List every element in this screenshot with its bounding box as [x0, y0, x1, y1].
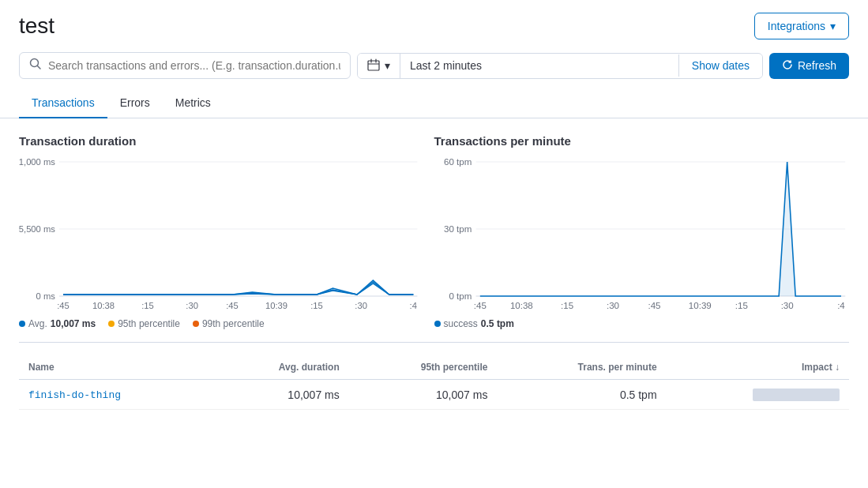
- col-name: Name: [19, 355, 212, 380]
- transactions-table-section: Name Avg. duration 95th percentile Trans…: [0, 343, 868, 422]
- p95-cell: 10,007 ms: [349, 380, 498, 410]
- svg-rect-2: [368, 61, 379, 70]
- tpm-cell: 0.5 tpm: [497, 380, 666, 410]
- legend-99th: 99th percentile: [193, 318, 265, 329]
- refresh-icon: [782, 59, 793, 73]
- svg-text:60 tpm: 60 tpm: [443, 157, 471, 167]
- svg-text:0 ms: 0 ms: [36, 291, 56, 301]
- impact-bar: [753, 389, 840, 401]
- duration-chart-legend: Avg. 10,007 ms 95th percentile 99th perc…: [19, 318, 422, 329]
- svg-text:10:38: 10:38: [92, 301, 115, 310]
- svg-text::45: :45: [57, 301, 70, 310]
- show-dates-button[interactable]: Show dates: [678, 54, 762, 77]
- svg-text::30: :30: [355, 301, 367, 310]
- svg-text::45: :45: [226, 301, 239, 310]
- integrations-label: Integrations: [768, 20, 825, 32]
- search-container: [19, 52, 351, 79]
- svg-text:10:39: 10:39: [688, 301, 711, 310]
- tab-errors[interactable]: Errors: [107, 88, 163, 118]
- svg-text:30 tpm: 30 tpm: [443, 224, 471, 234]
- tab-metrics[interactable]: Metrics: [163, 88, 224, 118]
- svg-text::15: :15: [735, 301, 747, 310]
- refresh-label: Refresh: [798, 59, 836, 72]
- calendar-icon: [367, 58, 380, 73]
- search-input[interactable]: [48, 59, 340, 72]
- svg-text:11,000 ms: 11,000 ms: [19, 157, 55, 167]
- svg-text::45: :45: [473, 301, 486, 310]
- col-tpm: Trans. per minute: [497, 355, 666, 380]
- svg-text::4: :4: [410, 301, 417, 310]
- svg-text:10:39: 10:39: [265, 301, 287, 310]
- tpm-chart-svg: 60 tpm 30 tpm 0 tpm :45 10:38 :15 :30 :4…: [434, 154, 850, 312]
- tpm-chart-legend: success 0.5 tpm: [434, 318, 850, 329]
- sort-icon: ↓: [835, 362, 840, 373]
- legend-avg: Avg. 10,007 ms: [19, 318, 96, 329]
- svg-text::15: :15: [141, 301, 154, 310]
- avg-duration-cell: 10,007 ms: [212, 380, 349, 410]
- time-controls: ▾ Last 2 minutes Show dates: [357, 53, 763, 79]
- svg-text::30: :30: [780, 301, 793, 310]
- svg-text::15: :15: [561, 301, 573, 310]
- duration-chart-svg: 11,000 ms 5,500 ms 0 ms :45 10:38 :15 :3…: [19, 154, 422, 312]
- svg-text::30: :30: [606, 301, 618, 310]
- tpm-chart-title: Transactions per minute: [434, 134, 850, 148]
- transaction-name-cell: finish-do-thing: [19, 380, 212, 410]
- refresh-button[interactable]: Refresh: [769, 53, 849, 79]
- svg-text:0 tpm: 0 tpm: [449, 291, 472, 301]
- svg-line-1: [38, 66, 41, 69]
- time-picker-button[interactable]: ▾: [358, 54, 400, 78]
- tab-bar: Transactions Errors Metrics: [0, 88, 868, 118]
- impact-cell: [667, 380, 849, 410]
- svg-text:10:38: 10:38: [509, 301, 532, 310]
- col-avg-duration: Avg. duration: [212, 355, 349, 380]
- tab-transactions[interactable]: Transactions: [19, 88, 107, 118]
- duration-chart-title: Transaction duration: [19, 134, 422, 148]
- svg-text:5,500 ms: 5,500 ms: [19, 224, 55, 234]
- svg-text::15: :15: [310, 301, 323, 310]
- chevron-down-icon: ▾: [830, 20, 836, 32]
- legend-95th: 95th percentile: [108, 318, 180, 329]
- table-row: finish-do-thing 10,007 ms 10,007 ms 0.5 …: [19, 380, 849, 410]
- chevron-down-icon: ▾: [385, 59, 390, 72]
- svg-text::4: :4: [837, 301, 845, 310]
- transactions-table: Name Avg. duration 95th percentile Trans…: [19, 355, 849, 410]
- col-impact[interactable]: Impact ↓: [667, 355, 849, 380]
- search-icon: [29, 58, 42, 73]
- col-p95: 95th percentile: [349, 355, 498, 380]
- duration-chart: Transaction duration 11,000 ms 5,500 ms …: [19, 134, 434, 342]
- transaction-name-link[interactable]: finish-do-thing: [28, 389, 121, 401]
- page-title: test: [19, 13, 54, 39]
- legend-success: success 0.5 tpm: [434, 318, 514, 329]
- integrations-button[interactable]: Integrations ▾: [754, 13, 849, 39]
- svg-text::45: :45: [648, 301, 660, 310]
- time-range-display: Last 2 minutes: [400, 54, 678, 77]
- svg-text::30: :30: [186, 301, 198, 310]
- tpm-chart: Transactions per minute 60 tpm 30 tpm 0 …: [434, 134, 850, 342]
- impact-bar-container: [676, 389, 840, 401]
